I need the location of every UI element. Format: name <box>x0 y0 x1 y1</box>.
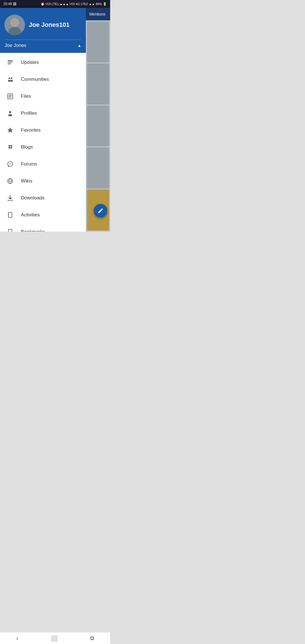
downloads-icon <box>6 195 15 201</box>
updates-icon <box>6 59 15 66</box>
username-display: Joe Jones101 <box>29 21 69 29</box>
svg-point-19 <box>9 164 10 164</box>
svg-rect-27 <box>8 216 8 216</box>
bookmarks-icon <box>6 229 15 232</box>
communities-icon <box>6 76 15 83</box>
activities-label: Activities <box>21 212 40 218</box>
status-left: 20:49 🖼 <box>3 2 16 6</box>
signal-bars-2: ▲▲ <box>89 2 95 6</box>
forums-label: Forums <box>21 161 37 167</box>
sidebar-item-communities[interactable]: Communities <box>0 71 86 88</box>
svg-rect-25 <box>8 213 8 214</box>
activities-icon <box>6 212 15 218</box>
mentions-text: Mentions <box>89 12 105 16</box>
account-row[interactable]: Joe Jones ▲ <box>5 40 81 48</box>
chevron-up-icon: ▲ <box>77 43 81 48</box>
user-info-row: Joe Jones101 <box>5 15 81 35</box>
svg-rect-6 <box>8 63 12 63</box>
right-card-2 <box>87 64 109 105</box>
drawer-header: Joe Jones101 Joe Jones ▲ <box>0 8 86 53</box>
wikis-label: Wikis <box>21 178 32 184</box>
status-bar: 20:49 🖼 ⏰ VOl LTE1 ▲▲▲ VOl 4G LTE2 ▲▲ 89… <box>0 0 110 8</box>
svg-point-9 <box>11 77 12 79</box>
svg-point-11 <box>10 80 13 82</box>
sidebar-item-downloads[interactable]: Downloads <box>0 190 86 206</box>
svg-point-17 <box>8 114 12 116</box>
signal-text: VOl LTE1 <box>45 2 59 6</box>
downloads-label: Downloads <box>21 195 45 201</box>
account-name: Joe Jones <box>5 43 27 48</box>
sidebar-item-forums[interactable]: Forums <box>0 156 86 173</box>
sidebar-item-blogs[interactable]: Blogs <box>0 139 86 156</box>
svg-point-8 <box>8 77 10 79</box>
bookmarks-label: Bookmarks <box>21 229 45 232</box>
files-icon <box>6 93 15 100</box>
sidebar-item-files[interactable]: Files <box>0 88 86 105</box>
sidebar-item-wikis[interactable]: Wikis <box>0 173 86 190</box>
communities-label: Communities <box>21 77 49 82</box>
status-right: ⏰ VOl LTE1 ▲▲▲ VOl 4G LTE2 ▲▲ 89% 🔋 <box>41 2 107 6</box>
right-card-3 <box>87 106 109 147</box>
svg-rect-26 <box>8 214 8 215</box>
nav-list: Updates Communities Files <box>0 53 86 232</box>
right-panel: Mentions <box>86 8 110 232</box>
favorites-label: Favorites <box>21 127 41 133</box>
sidebar-item-bookmarks[interactable]: Bookmarks <box>0 223 86 232</box>
blogs-label: Blogs <box>21 144 33 150</box>
svg-rect-4 <box>8 60 13 61</box>
svg-rect-24 <box>8 212 12 217</box>
svg-point-21 <box>11 164 11 164</box>
favorites-icon <box>6 127 15 134</box>
svg-rect-15 <box>8 97 11 98</box>
svg-rect-14 <box>8 96 12 97</box>
right-panel-header: Mentions <box>86 8 110 20</box>
svg-marker-18 <box>7 127 13 133</box>
sidebar-item-profiles[interactable]: Profiles <box>0 105 86 122</box>
blogs-icon <box>6 144 15 151</box>
signal-text-2: VOl 4G LTE2 <box>70 2 88 6</box>
battery-display: 89% <box>96 2 102 6</box>
files-label: Files <box>21 93 31 99</box>
profiles-label: Profiles <box>21 110 37 116</box>
svg-rect-13 <box>8 95 12 95</box>
fab-edit-button[interactable] <box>94 204 107 217</box>
svg-point-3 <box>11 19 18 26</box>
wikis-icon <box>6 178 15 184</box>
right-card-1 <box>87 21 109 62</box>
forums-icon <box>6 161 15 167</box>
svg-point-16 <box>9 111 11 113</box>
sidebar-item-updates[interactable]: Updates <box>0 54 86 71</box>
sidebar-item-activities[interactable]: Activities <box>0 206 86 223</box>
avatar[interactable] <box>5 15 25 35</box>
battery-icon: 🔋 <box>103 2 107 6</box>
updates-label: Updates <box>21 60 39 65</box>
svg-rect-5 <box>8 62 13 62</box>
right-card-4 <box>87 147 109 188</box>
svg-point-20 <box>10 164 10 164</box>
sidebar-item-favorites[interactable]: Favorites <box>0 122 86 139</box>
time-display: 20:49 <box>3 2 12 6</box>
profiles-icon <box>6 110 15 117</box>
navigation-drawer: Joe Jones101 Joe Jones ▲ Updates Com <box>0 8 86 232</box>
svg-rect-7 <box>8 64 10 64</box>
alarm-icon: ⏰ <box>41 2 45 6</box>
right-panel-cards <box>86 20 110 232</box>
signal-bars-1: ▲▲▲ <box>60 2 69 6</box>
drawer-overlay: Joe Jones101 Joe Jones ▲ Updates Com <box>0 8 110 232</box>
image-icon: 🖼 <box>13 2 16 6</box>
